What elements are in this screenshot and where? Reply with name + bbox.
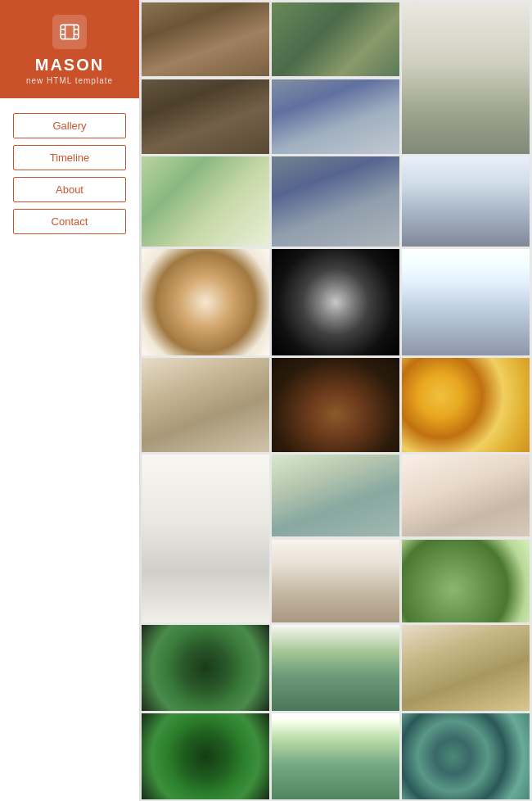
main-content bbox=[139, 0, 532, 801]
gallery-item[interactable] bbox=[402, 713, 530, 799]
gallery-item[interactable] bbox=[402, 625, 530, 711]
gallery-item[interactable] bbox=[272, 625, 399, 711]
gallery-item[interactable] bbox=[142, 156, 269, 247]
gallery-item[interactable] bbox=[402, 156, 530, 247]
gallery-item[interactable] bbox=[402, 540, 530, 622]
gallery-item[interactable] bbox=[142, 625, 269, 711]
gallery-item[interactable] bbox=[272, 156, 399, 247]
nav-gallery[interactable]: Gallery bbox=[13, 113, 126, 138]
gallery-item[interactable] bbox=[272, 249, 399, 355]
sidebar: MASON new HTML template Gallery Timeline… bbox=[0, 0, 139, 801]
app-subtitle: new HTML template bbox=[26, 76, 113, 85]
gallery-item[interactable] bbox=[142, 249, 269, 355]
gallery-item[interactable] bbox=[142, 79, 269, 154]
gallery-item[interactable] bbox=[402, 455, 530, 536]
gallery-item[interactable] bbox=[272, 79, 399, 154]
nav-timeline[interactable]: Timeline bbox=[13, 145, 126, 170]
gallery-item[interactable] bbox=[142, 713, 269, 799]
gallery-item[interactable] bbox=[272, 2, 399, 76]
svg-rect-0 bbox=[61, 25, 79, 38]
gallery-item[interactable] bbox=[402, 358, 530, 452]
gallery-item[interactable] bbox=[272, 713, 399, 799]
gallery-item[interactable] bbox=[272, 540, 399, 622]
nav-contact[interactable]: Contact bbox=[13, 209, 126, 234]
gallery-item[interactable] bbox=[272, 358, 399, 452]
gallery-item[interactable] bbox=[402, 2, 530, 154]
gallery-item[interactable] bbox=[142, 455, 269, 622]
sidebar-navigation: Gallery Timeline About Contact bbox=[0, 98, 139, 234]
app-title: MASON bbox=[35, 56, 104, 75]
gallery-item[interactable] bbox=[142, 2, 269, 76]
sidebar-header: MASON new HTML template bbox=[0, 0, 139, 98]
film-icon bbox=[52, 15, 87, 49]
gallery-grid bbox=[139, 0, 532, 801]
gallery-item[interactable] bbox=[142, 358, 269, 452]
gallery-item[interactable] bbox=[272, 455, 399, 536]
gallery-item[interactable] bbox=[402, 249, 530, 355]
nav-about[interactable]: About bbox=[13, 177, 126, 202]
